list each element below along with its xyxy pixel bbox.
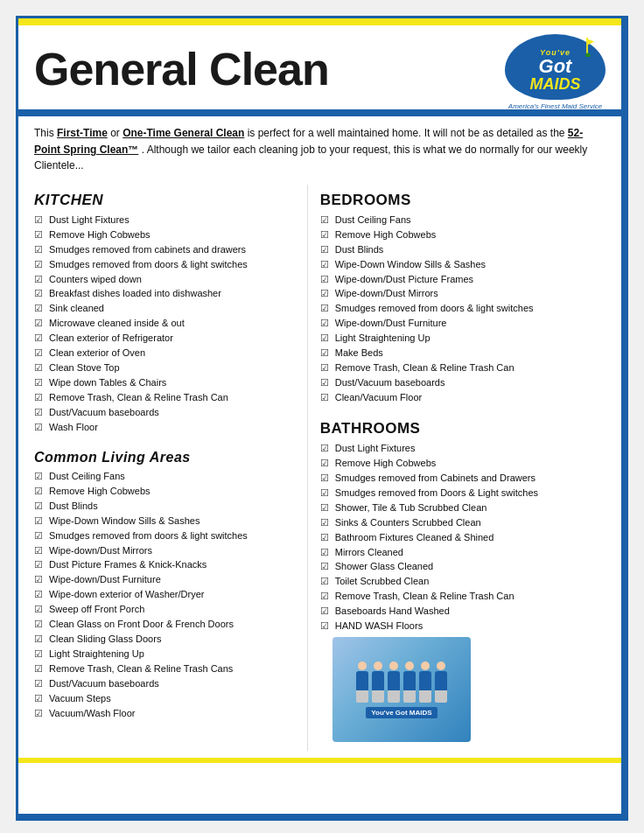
list-item-text: Shower Glass Cleaned xyxy=(335,560,434,574)
intro-text3: is perfect for a well maintained home. I… xyxy=(244,127,568,139)
checkbox-icon: ☑ xyxy=(320,591,332,602)
col-right: BEDROOMS ☑Dust Ceiling Fans☑Remove High … xyxy=(308,185,621,751)
list-item: ☑Wipe-down/Dust Furniture xyxy=(34,573,295,587)
list-item-text: Remove Trash, Clean & Reline Trash Can xyxy=(335,361,514,375)
list-item-text: Wipe-down/Dust Mirrors xyxy=(335,287,438,301)
list-item: ☑Dust Picture Frames & Knick-Knacks xyxy=(34,558,295,572)
list-item: ☑Clean exterior of Refrigerator xyxy=(34,332,295,346)
list-item: ☑Dust Ceiling Fans xyxy=(34,470,295,484)
checkbox-icon: ☑ xyxy=(320,318,332,329)
list-item-text: Mirrors Cleaned xyxy=(335,546,403,560)
maids-group xyxy=(356,662,447,703)
checkbox-icon: ☑ xyxy=(34,634,46,645)
list-item: ☑Smudges removed from Doors & Light swit… xyxy=(320,486,609,500)
checkbox-icon: ☑ xyxy=(320,487,332,499)
list-item: ☑Light Straightening Up xyxy=(34,648,295,662)
list-item: ☑Dust Blinds xyxy=(320,243,609,257)
list-item: ☑Wipe-down/Dust Mirrors xyxy=(34,544,295,558)
list-item: ☑Dust Blinds xyxy=(34,500,295,514)
bedrooms-checklist: ☑Dust Ceiling Fans☑Remove High Cobwebs☑D… xyxy=(320,214,609,405)
list-item-text: Remove Trash, Clean & Reline Trash Can xyxy=(335,590,514,604)
list-item: ☑Wipe down Tables & Chairs xyxy=(34,376,295,390)
checkbox-icon: ☑ xyxy=(34,619,46,630)
checkbox-icon: ☑ xyxy=(34,530,46,542)
list-item-text: Smudges removed from doors & light switc… xyxy=(335,302,534,316)
maid-figure xyxy=(388,662,400,703)
checkbox-icon: ☑ xyxy=(34,332,46,344)
logo-tagline: America's Finest Maid Service xyxy=(505,102,606,110)
logo-got: Got xyxy=(539,57,572,76)
page-title: General Clean xyxy=(34,46,329,92)
list-item: ☑Make Beds xyxy=(320,346,609,360)
list-item: ☑Remove Trash, Clean & Reline Trash Can xyxy=(320,590,609,604)
list-item: ☑Toilet Scrubbed Clean xyxy=(320,575,609,589)
kitchen-checklist: ☑Dust Light Fixtures☑Remove High Cobwebs… xyxy=(34,214,295,435)
list-item-text: Vacuum/Wash Floor xyxy=(49,707,135,721)
checkbox-icon: ☑ xyxy=(320,606,332,617)
list-item-text: Wipe-down/Dust Mirrors xyxy=(49,544,152,558)
checkbox-icon: ☑ xyxy=(34,559,46,570)
checkbox-icon: ☑ xyxy=(34,347,46,359)
list-item-text: Wipe-Down Window Sills & Sashes xyxy=(49,514,200,528)
list-item: ☑Remove Trash, Clean & Reline Trash Cans xyxy=(34,662,295,676)
list-item: ☑Vacuum Steps xyxy=(34,692,295,706)
maid-figure xyxy=(419,662,431,703)
list-item-text: Sweep off Front Porch xyxy=(49,603,144,617)
list-item-text: Sink cleaned xyxy=(49,302,104,316)
list-item-text: Wipe-down/Dust Furniture xyxy=(49,573,161,587)
list-item-text: Clean exterior of Refrigerator xyxy=(49,332,173,346)
checkbox-icon: ☑ xyxy=(320,332,332,344)
checkbox-icon: ☑ xyxy=(320,620,332,632)
living-title: Common Living Areas xyxy=(34,450,295,466)
list-item: ☑Remove Trash, Clean & Reline Trash Can xyxy=(34,391,295,405)
list-item: ☑Wipe-down/Dust Picture Frames xyxy=(320,273,609,287)
checkbox-icon: ☑ xyxy=(34,214,46,226)
list-item-text: Remove Trash, Clean & Reline Trash Cans xyxy=(49,662,233,676)
checkbox-icon: ☑ xyxy=(34,693,46,704)
list-item: ☑Light Straightening Up xyxy=(320,332,609,346)
checkbox-icon: ☑ xyxy=(34,377,46,388)
header-area: General Clean You've Got MAIDS America's… xyxy=(18,25,621,109)
list-item-text: Clean Stove Top xyxy=(49,361,120,375)
list-item-text: Dust Ceiling Fans xyxy=(335,214,411,228)
checkbox-icon: ☑ xyxy=(34,471,46,482)
main-two-col: KITCHEN ☑Dust Light Fixtures☑Remove High… xyxy=(18,181,621,751)
list-item-text: Dust Picture Frames & Knick-Knacks xyxy=(49,558,206,572)
checkbox-icon: ☑ xyxy=(320,472,332,484)
bathrooms-checklist: ☑Dust Light Fixtures☑Remove High Cobwebs… xyxy=(320,442,609,634)
kitchen-title: KITCHEN xyxy=(34,192,295,209)
list-item-text: Smudges removed from Cabinets and Drawer… xyxy=(335,472,536,486)
list-item-text: Light Straightening Up xyxy=(335,332,430,346)
list-item-text: Dust/Vacuum baseboards xyxy=(49,677,159,691)
list-item-text: Breakfast dishes loaded into dishwasher xyxy=(49,287,221,301)
checkbox-icon: ☑ xyxy=(34,648,46,660)
checkbox-icon: ☑ xyxy=(34,574,46,585)
list-item-text: Clean Sliding Glass Doors xyxy=(49,633,161,647)
intro-text2: or xyxy=(108,127,122,139)
checkbox-icon: ☑ xyxy=(320,561,332,572)
intro-bold2: One-Time General Clean xyxy=(122,127,244,139)
list-item-text: Dust/Vacuum baseboards xyxy=(49,406,159,420)
checkbox-icon: ☑ xyxy=(34,589,46,600)
checkbox-icon: ☑ xyxy=(34,229,46,241)
list-item-text: Bathroom Fixtures Cleaned & Shined xyxy=(335,531,494,545)
list-item: ☑Remove High Cobwebs xyxy=(34,485,295,499)
checkbox-icon: ☑ xyxy=(34,392,46,403)
list-item: ☑Shower Glass Cleaned xyxy=(320,560,609,574)
list-item: ☑Wipe-down exterior of Washer/Dryer xyxy=(34,588,295,602)
list-item-text: Dust Blinds xyxy=(49,500,98,514)
list-item: ☑Wipe-Down Window Sills & Sashes xyxy=(34,514,295,528)
top-accent-bar xyxy=(18,18,621,25)
checkbox-icon: ☑ xyxy=(320,532,332,543)
list-item: ☑Clean/Vacuum Floor xyxy=(320,391,609,405)
list-item-text: Counters wiped down xyxy=(49,273,142,287)
checkbox-icon: ☑ xyxy=(34,288,46,299)
list-item-text: Smudges removed from Doors & Light switc… xyxy=(335,486,538,500)
list-item: ☑Remove Trash, Clean & Reline Trash Can xyxy=(320,361,609,375)
maid-figure xyxy=(356,662,368,703)
svg-point-2 xyxy=(585,52,591,57)
list-item: ☑Smudges removed from doors & light swit… xyxy=(320,302,609,316)
list-item: ☑Dust Light Fixtures xyxy=(34,214,295,228)
checkbox-icon: ☑ xyxy=(320,502,332,514)
list-item: ☑Sinks & Counters Scrubbed Clean xyxy=(320,516,609,530)
